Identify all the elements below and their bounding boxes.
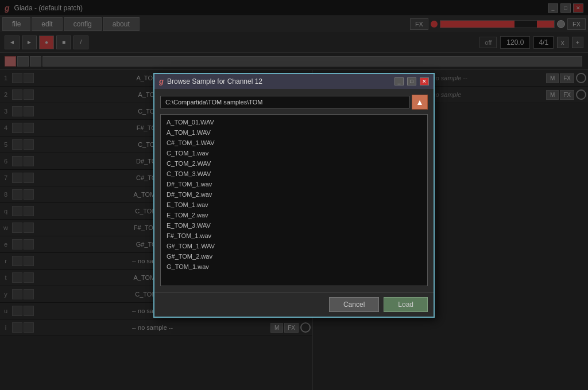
file-item[interactable]: G#_TOM_2.wav: [161, 251, 427, 262]
dialog-minimize-button[interactable]: _: [394, 77, 404, 85]
dialog-maximize-button[interactable]: □: [407, 77, 416, 85]
file-item[interactable]: C_TOM_3.WAV: [161, 169, 427, 179]
path-input[interactable]: [160, 96, 409, 108]
browse-sample-dialog: g Browse Sample for Channel 12 _ □ ✕ ▲ A…: [153, 73, 435, 318]
dialog-overlay: g Browse Sample for Channel 12 _ □ ✕ ▲ A…: [0, 0, 588, 390]
file-item[interactable]: D#_TOM_2.wav: [161, 189, 427, 200]
file-item[interactable]: D#_TOM_1.wav: [161, 179, 427, 189]
file-item[interactable]: C#_TOM_1.WAV: [161, 138, 427, 148]
file-item[interactable]: C_TOM_1.wav: [161, 148, 427, 158]
dialog-body: ▲ A_TOM_01.WAVA_TOM_1.WAVC#_TOM_1.WAVC_T…: [154, 89, 434, 292]
file-item[interactable]: E_TOM_2.wav: [161, 210, 427, 220]
dialog-icon: g: [159, 77, 164, 85]
dialog-title-bar: g Browse Sample for Channel 12 _ □ ✕: [154, 74, 434, 89]
dialog-title: Browse Sample for Channel 12: [167, 77, 391, 85]
file-item[interactable]: F#_TOM_1.wav: [161, 231, 427, 241]
path-up-button[interactable]: ▲: [412, 95, 428, 110]
file-item[interactable]: C_TOM_2.WAV: [161, 158, 427, 169]
dialog-close-button[interactable]: ✕: [420, 77, 429, 85]
load-button[interactable]: Load: [384, 297, 428, 312]
file-item[interactable]: G_TOM_1.wav: [161, 262, 427, 272]
file-item[interactable]: A_TOM_01.WAV: [161, 117, 427, 127]
file-item[interactable]: E_TOM_3.WAV: [161, 220, 427, 231]
file-item[interactable]: E_TOM_1.wav: [161, 200, 427, 210]
file-item[interactable]: A_TOM_1.WAV: [161, 127, 427, 138]
file-list[interactable]: A_TOM_01.WAVA_TOM_1.WAVC#_TOM_1.WAVC_TOM…: [160, 114, 428, 286]
path-bar: ▲: [160, 95, 428, 110]
file-item[interactable]: G#_TOM_1.WAV: [161, 241, 427, 251]
dialog-footer: Cancel Load: [154, 292, 434, 317]
cancel-button[interactable]: Cancel: [329, 297, 379, 312]
